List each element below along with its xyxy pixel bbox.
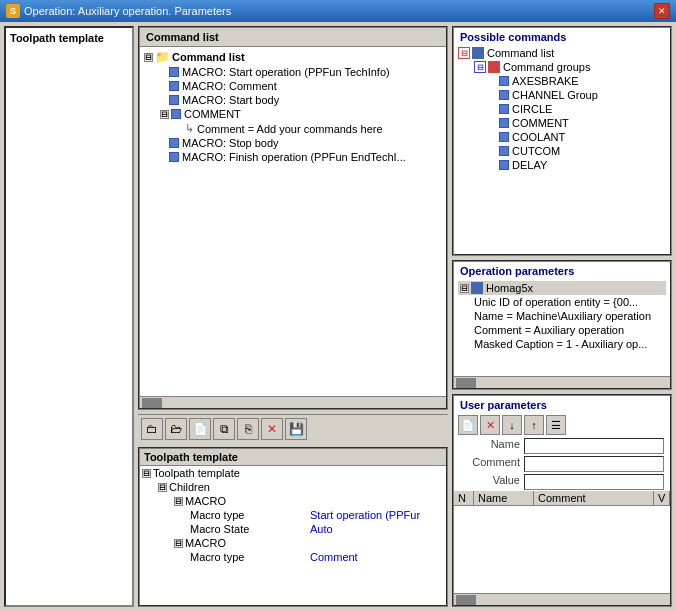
- operation-parameters-title: Operation parameters: [454, 262, 670, 279]
- toolpath-template-panel: Toolpath template: [4, 26, 134, 607]
- possible-cmd-root[interactable]: ⊟ Command list: [455, 46, 669, 60]
- bottom-expand-3[interactable]: ⊟: [174, 497, 183, 506]
- bottom-tree-item-3[interactable]: ⊟ MACRO: [172, 494, 446, 508]
- op-prop-3[interactable]: Comment = Auxiliary operation: [472, 323, 666, 337]
- macro-type-label: Macro type: [190, 509, 310, 521]
- user-param-list[interactable]: [454, 506, 670, 593]
- op-root-item[interactable]: ⊟ Homag5x: [458, 281, 666, 295]
- tree-item-2[interactable]: MACRO: Comment: [158, 79, 444, 93]
- user-params-up-btn[interactable]: ↑: [524, 415, 544, 435]
- tree-item-label-5: MACRO: Finish operation (PPFun EndTechI.…: [182, 151, 406, 163]
- user-params-toolbar: 📄 ✕ ↓ ↑ ☰: [454, 413, 670, 437]
- op-root-label: Homag5x: [486, 282, 533, 294]
- delay-icon: [499, 160, 509, 170]
- bottom-tree-col2: [346, 449, 446, 465]
- possible-commands-title: Possible commands: [454, 28, 670, 45]
- user-param-comment-input[interactable]: [524, 456, 664, 472]
- user-params-edit-btn[interactable]: ☰: [546, 415, 566, 435]
- command-list-root-label: Command list: [172, 51, 245, 63]
- user-parameters-section: User parameters 📄 ✕ ↓ ↑ ☰ Name Comment V…: [452, 394, 672, 607]
- user-params-hscroll[interactable]: [454, 593, 670, 605]
- possible-cmd-groups[interactable]: ⊟ Command groups: [471, 60, 669, 74]
- user-params-down-btn[interactable]: ↓: [502, 415, 522, 435]
- toolbar-btn-2[interactable]: 🗁: [165, 418, 187, 440]
- op-expand[interactable]: ⊟: [460, 284, 469, 293]
- op-prop-2[interactable]: Name = Machine\Auxiliary operation: [472, 309, 666, 323]
- op-prop-4-text: Masked Caption = 1 - Auxiliary op...: [474, 338, 647, 350]
- possible-cmd-comment[interactable]: COMMENT: [487, 116, 669, 130]
- toolbar-btn-1[interactable]: 🗀: [141, 418, 163, 440]
- arrow-icon: ↳: [185, 122, 194, 135]
- command-list-hscroll[interactable]: [140, 396, 446, 408]
- tree-item-label-2: MACRO: Comment: [182, 80, 277, 92]
- user-param-value-input[interactable]: [524, 474, 664, 490]
- toolbar-btn-4[interactable]: ⧉: [213, 418, 235, 440]
- op-root-icon: [471, 282, 483, 294]
- bottom-tree-item-2[interactable]: ⊟ Children: [156, 480, 446, 494]
- tree-item-comment-child[interactable]: ↳ Comment = Add your commands here: [174, 121, 444, 136]
- op-params-hscroll[interactable]: [454, 376, 670, 388]
- operation-parameters-section: Operation parameters ⊟ Homag5x Unic ID o…: [452, 260, 672, 390]
- expand-comment[interactable]: ⊟: [160, 110, 169, 119]
- tree-item-comment[interactable]: ⊟ COMMENT: [158, 107, 444, 121]
- operation-parameters-tree[interactable]: ⊟ Homag5x Unic ID of operation entity = …: [454, 279, 670, 376]
- tree-item-3[interactable]: MACRO: Start body: [158, 93, 444, 107]
- user-param-name-input[interactable]: [524, 438, 664, 454]
- user-param-comment-label: Comment: [460, 456, 520, 468]
- blue-expand-icon[interactable]: ⊟: [474, 61, 486, 73]
- command-list-section: Command list ⊟ 📁 Command list MACRO: Sta…: [138, 26, 448, 410]
- macro-icon-3: [169, 95, 179, 105]
- macro-state-value: Auto: [310, 523, 333, 535]
- user-params-new-btn[interactable]: 📄: [458, 415, 478, 435]
- command-list-tree[interactable]: ⊟ 📁 Command list MACRO: Start operation …: [140, 47, 446, 396]
- possible-cmd-channel[interactable]: CHANNEL Group: [487, 88, 669, 102]
- toolbar-btn-3[interactable]: 📄: [189, 418, 211, 440]
- op-prop-2-text: Name = Machine\Auxiliary operation: [474, 310, 651, 322]
- possible-cmd-delay-label: DELAY: [512, 159, 547, 171]
- red-expand-icon[interactable]: ⊟: [458, 47, 470, 59]
- op-prop-4[interactable]: Masked Caption = 1 - Auxiliary op...: [472, 337, 666, 351]
- bottom-tree-item-macro-type[interactable]: Macro type Start operation (PPFur: [188, 508, 446, 522]
- macro-icon-4: [169, 138, 179, 148]
- macro-icon-2: [169, 81, 179, 91]
- bottom-expand-1[interactable]: ⊟: [142, 469, 151, 478]
- possible-cmd-cutcom[interactable]: CUTCOM: [487, 144, 669, 158]
- possible-cmd-circle[interactable]: CIRCLE: [487, 102, 669, 116]
- user-param-value-label: Value: [460, 474, 520, 486]
- user-params-delete-btn[interactable]: ✕: [480, 415, 500, 435]
- expand-root[interactable]: ⊟: [144, 53, 153, 62]
- tree-item-1[interactable]: MACRO: Start operation (PPFun TechInfo): [158, 65, 444, 79]
- user-hscroll-thumb: [456, 595, 476, 605]
- bottom-tree-section[interactable]: Toolpath template ⊟ Toolpath template ⊟ …: [138, 447, 448, 607]
- bottom-expand-2[interactable]: ⊟: [158, 483, 167, 492]
- channel-icon: [499, 90, 509, 100]
- toolbar-delete-btn[interactable]: ✕: [261, 418, 283, 440]
- op-hscroll-thumb: [456, 378, 476, 388]
- command-list-root[interactable]: ⊟ 📁 Command list: [142, 49, 444, 65]
- close-button[interactable]: ✕: [654, 3, 670, 19]
- bottom-item-label-1: Toolpath template: [153, 467, 240, 479]
- toolbar-save-btn[interactable]: 💾: [285, 418, 307, 440]
- tree-item-5[interactable]: MACRO: Finish operation (PPFun EndTechI.…: [158, 150, 444, 164]
- possible-commands-list[interactable]: ⊟ Command list ⊟ Command groups AXESBRAK…: [454, 45, 670, 254]
- macro-state-label: Macro State: [190, 523, 310, 535]
- possible-cmd-coolant-label: COOLANT: [512, 131, 565, 143]
- bottom-tree-item-1[interactable]: ⊟ Toolpath template: [140, 466, 446, 480]
- bottom-tree-item-4[interactable]: ⊟ MACRO: [172, 536, 446, 550]
- possible-cmd-coolant[interactable]: COOLANT: [487, 130, 669, 144]
- bottom-tree-item-macro-type2[interactable]: Macro type Comment: [188, 550, 446, 564]
- possible-cmd-delay[interactable]: DELAY: [487, 158, 669, 172]
- folder-icon: 📁: [155, 50, 170, 64]
- toolbar-btn-5[interactable]: ⎘: [237, 418, 259, 440]
- bottom-expand-4[interactable]: ⊟: [174, 539, 183, 548]
- title-bar: S Operation: Auxiliary operation. Parame…: [0, 0, 676, 22]
- user-parameters-title: User parameters: [454, 396, 670, 413]
- axesbrake-icon: [499, 76, 509, 86]
- tree-item-4[interactable]: MACRO: Stop body: [158, 136, 444, 150]
- tree-item-label-1: MACRO: Start operation (PPFun TechInfo): [182, 66, 390, 78]
- possible-cmd-axesbrake[interactable]: AXESBRAKE: [487, 74, 669, 88]
- op-prop-1[interactable]: Unic ID of operation entity = {00...: [472, 295, 666, 309]
- circle-icon: [499, 104, 509, 114]
- toolpath-template-tree[interactable]: Toolpath template: [4, 26, 134, 607]
- bottom-tree-item-macro-state[interactable]: Macro State Auto: [188, 522, 446, 536]
